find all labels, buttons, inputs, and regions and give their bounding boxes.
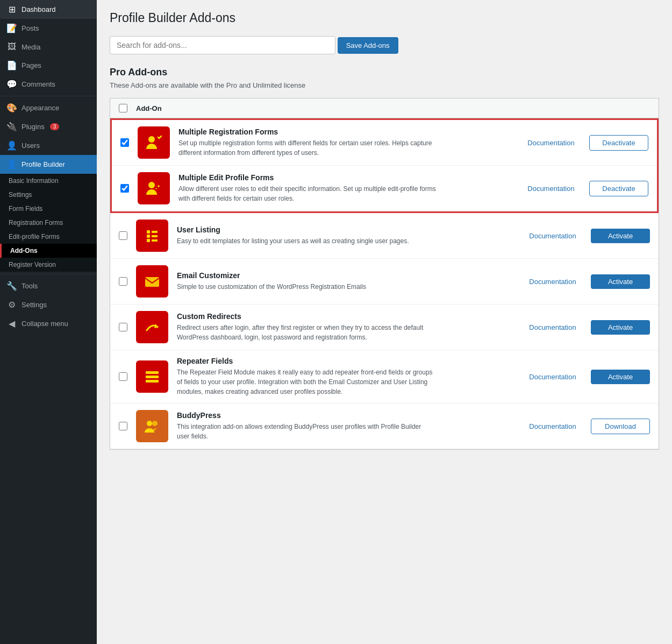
submenu-label: Form Fields [9, 205, 42, 213]
svg-rect-11 [146, 376, 159, 378]
doc-link-user-listing[interactable]: Documentation [523, 232, 582, 240]
deactivate-button-multiple-edit-profile-forms[interactable]: Deactivate [589, 181, 648, 196]
search-input[interactable] [110, 36, 335, 54]
addon-info-buddypress: BuddyPress This integration add-on allow… [177, 411, 514, 441]
addon-icon-user-listing [136, 220, 168, 252]
plugins-badge: 3 [50, 123, 60, 130]
sidebar-item-add-ons[interactable]: Add-Ons [0, 244, 97, 258]
checkbox-buddypress[interactable] [119, 422, 127, 430]
checkbox-user-listing[interactable] [119, 231, 127, 240]
sidebar-item-users[interactable]: 👤 Users [0, 136, 97, 155]
addon-icon-email-customizer [136, 265, 168, 298]
addon-info-repeater-fields: Repeater Fields The Repeater Field Modul… [177, 357, 514, 397]
table-header: Add-On [110, 98, 659, 118]
sidebar-item-dashboard[interactable]: ⊞ Dashboard [0, 0, 97, 19]
addon-desc: Allow different user roles to edit their… [178, 184, 437, 203]
addon-info-user-listing: User Listing Easy to edit templates for … [177, 225, 514, 246]
checkbox-email-customizer[interactable] [119, 277, 127, 286]
posts-icon: 📝 [6, 23, 17, 33]
addon-desc: Easy to edit templates for listing your … [177, 236, 435, 246]
save-addons-button[interactable]: Save Add-ons [338, 37, 398, 54]
sidebar-item-registration-forms[interactable]: Registration Forms [0, 216, 97, 230]
sidebar-item-edit-profile-forms[interactable]: Edit-profile Forms [0, 230, 97, 244]
dashboard-icon: ⊞ [6, 4, 17, 15]
svg-point-1 [148, 182, 155, 188]
sidebar-item-pages[interactable]: 📄 Pages [0, 56, 97, 75]
activate-button-custom-redirects[interactable]: Activate [591, 320, 650, 335]
svg-rect-12 [146, 380, 159, 383]
sidebar-item-basic-information[interactable]: Basic Information [0, 174, 97, 188]
activate-button-email-customizer[interactable]: Activate [591, 274, 650, 289]
select-all-checkbox[interactable] [119, 104, 127, 112]
activate-button-repeater-fields[interactable]: Activate [591, 370, 650, 384]
action-email-customizer: Activate [591, 274, 650, 289]
sidebar-item-appearance[interactable]: 🎨 Appearance [0, 98, 97, 117]
main-content: Profile Builder Add-ons Save Add-ons Pro… [97, 0, 672, 644]
addon-info-multiple-edit-profile-forms: Multiple Edit Profile Forms Allow differ… [178, 173, 513, 203]
doc-link-email-customizer[interactable]: Documentation [523, 278, 582, 286]
svg-point-0 [148, 136, 155, 143]
doc-link-multiple-edit-profile-forms[interactable]: Documentation [521, 185, 581, 193]
sidebar-item-settings[interactable]: Settings [0, 188, 97, 202]
pages-icon: 📄 [6, 60, 17, 70]
download-button-buddypress[interactable]: Download [591, 419, 650, 434]
sidebar-item-plugins[interactable]: 🔌 Plugins 3 [0, 117, 97, 136]
svg-rect-2 [147, 230, 150, 233]
sidebar-item-media[interactable]: 🖼 Media [0, 38, 97, 56]
addon-icon-repeater-fields [136, 360, 168, 393]
sidebar-item-label: Comments [22, 80, 55, 88]
plugins-icon: 🔌 [6, 122, 17, 132]
doc-link-buddypress[interactable]: Documentation [523, 422, 582, 430]
profile-builder-icon: 👤 [6, 159, 17, 169]
sidebar-item-register-version[interactable]: Register Version [0, 258, 97, 272]
activate-button-user-listing[interactable]: Activate [591, 229, 650, 243]
doc-link-multiple-registration-forms[interactable]: Documentation [521, 139, 581, 147]
sidebar-item-comments[interactable]: 💬 Comments [0, 75, 97, 94]
action-user-listing: Activate [591, 229, 650, 243]
doc-link-custom-redirects[interactable]: Documentation [523, 323, 582, 331]
column-header-addon: Add-On [136, 104, 650, 112]
addon-desc: Redirect users after login, after they f… [177, 323, 435, 342]
addon-row-user-listing: User Listing Easy to edit templates for … [110, 213, 659, 259]
svg-rect-3 [147, 235, 150, 238]
svg-rect-10 [146, 371, 159, 374]
highlighted-addons-group: Multiple Registration Forms Set up multi… [110, 118, 659, 213]
action-multiple-registration-forms: Deactivate [589, 135, 648, 151]
sidebar-item-posts[interactable]: 📝 Posts [0, 19, 97, 38]
sidebar-item-form-fields[interactable]: Form Fields [0, 202, 97, 216]
sidebar-item-label: Dashboard [22, 5, 56, 13]
checkbox-custom-redirects[interactable] [119, 323, 127, 331]
addon-row-buddypress: BuddyPress This integration add-on allow… [110, 404, 659, 449]
addon-icon-multiple-registration-forms [138, 126, 170, 159]
sidebar-item-label: Media [22, 43, 40, 51]
sidebar-item-tools[interactable]: 🔧 Tools [0, 277, 97, 295]
section-title: Pro Add-ons These Add-ons are available … [110, 67, 659, 89]
sidebar-item-profile-builder[interactable]: 👤 Profile Builder [0, 155, 97, 174]
sidebar-item-collapse[interactable]: ◀ Collapse menu [0, 314, 97, 333]
addon-icon-custom-redirects [136, 311, 168, 343]
doc-link-repeater-fields[interactable]: Documentation [523, 373, 582, 381]
pro-addons-description: These Add-ons are available with the Pro… [110, 81, 659, 89]
action-custom-redirects: Activate [591, 320, 650, 335]
addon-desc: Set up multiple registration forms with … [178, 138, 437, 158]
addon-desc: The Repeater Field Module makes it reall… [177, 367, 435, 397]
deactivate-button-multiple-registration-forms[interactable]: Deactivate [589, 135, 648, 151]
addon-row-multiple-registration-forms: Multiple Registration Forms Set up multi… [112, 120, 657, 166]
checkbox-multiple-edit-profile-forms[interactable] [120, 184, 129, 193]
submenu-label: Register Version [9, 261, 56, 268]
addon-row-email-customizer: Email Customizer Simple to use customiza… [110, 259, 659, 305]
checkbox-repeater-fields[interactable] [119, 372, 127, 381]
sidebar-item-label: Appearance [22, 104, 59, 112]
submenu-label: Registration Forms [9, 219, 63, 227]
sidebar-item-label: Tools [22, 282, 38, 290]
submenu-label: Edit-profile Forms [9, 233, 60, 240]
addon-row-custom-redirects: Custom Redirects Redirect users after lo… [110, 305, 659, 350]
checkbox-multiple-registration-forms[interactable] [120, 138, 129, 147]
addon-row-multiple-edit-profile-forms: Multiple Edit Profile Forms Allow differ… [112, 166, 657, 211]
action-buddypress: Download [591, 419, 650, 434]
sidebar-item-label: Settings [22, 301, 47, 309]
svg-point-13 [147, 421, 152, 426]
svg-point-14 [152, 421, 158, 426]
action-repeater-fields: Activate [591, 370, 650, 384]
sidebar-item-settings-main[interactable]: ⚙ Settings [0, 295, 97, 314]
